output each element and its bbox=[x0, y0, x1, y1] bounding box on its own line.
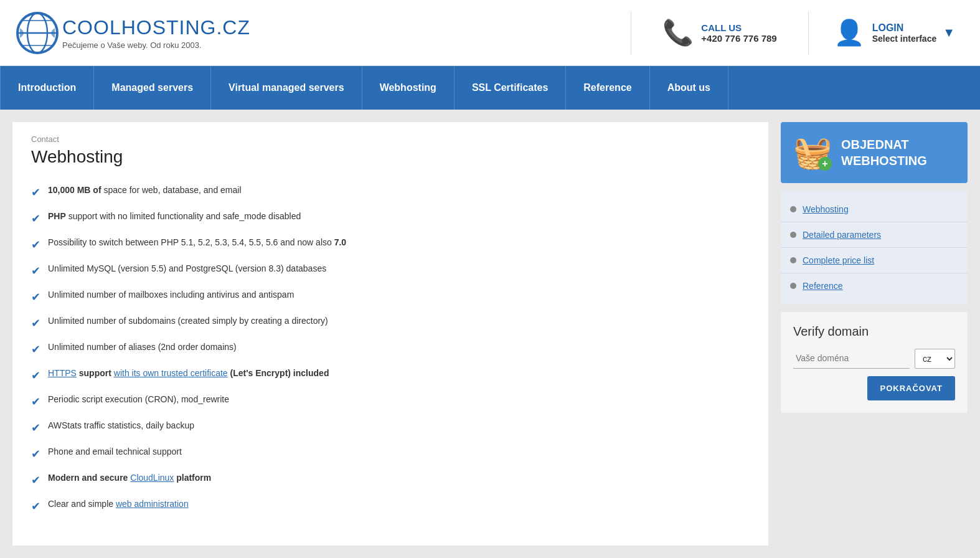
https-link[interactable]: HTTPS bbox=[48, 368, 77, 378]
login-area[interactable]: 👤 LOGIN Select interface ▼ bbox=[821, 18, 968, 47]
check-icon: ✔ bbox=[31, 237, 40, 253]
check-icon: ✔ bbox=[31, 184, 40, 201]
nav-item-ssl-certificates[interactable]: SSL Certificates bbox=[455, 66, 566, 110]
basket-plus-icon: + bbox=[818, 157, 832, 171]
sidebar-bullet-icon bbox=[790, 257, 796, 263]
pokracovat-button[interactable]: POKRAČOVAT bbox=[867, 376, 955, 400]
sidebar-link-webhosting-anchor[interactable]: Webhosting bbox=[803, 204, 849, 214]
list-item: ✔ 10,000 MB of space for web, database, … bbox=[31, 179, 750, 206]
feature-text: Unlimited number of aliases (2nd order d… bbox=[48, 341, 750, 354]
header-divider-1 bbox=[631, 11, 631, 55]
feature-text: HTTPS support with its own trusted certi… bbox=[48, 367, 750, 380]
order-label: OBJEDNAT WEBHOSTING bbox=[841, 136, 927, 169]
check-icon: ✔ bbox=[31, 210, 40, 227]
check-icon: ✔ bbox=[31, 341, 40, 358]
list-item: ✔ Clear and simple web administration bbox=[31, 493, 750, 519]
check-icon: ✔ bbox=[31, 420, 40, 437]
nav-item-webhosting[interactable]: Webhosting bbox=[362, 66, 455, 110]
list-item: ✔ Unlimited number of subdomains (create… bbox=[31, 310, 750, 336]
main-nav: Introduction Managed servers Virtual man… bbox=[0, 66, 980, 110]
list-item: ✔ AWStats traffic statistics, daily back… bbox=[31, 415, 750, 441]
logo-brand: COOLHOSTING.CZ bbox=[62, 16, 250, 39]
list-item: ✔ Periodic script execution (CRON), mod_… bbox=[31, 389, 750, 415]
check-icon: ✔ bbox=[31, 315, 40, 332]
breadcrumb: Contact bbox=[31, 135, 750, 144]
basket-icon-container: 🧺 + bbox=[793, 135, 832, 171]
feature-text: Unlimited MySQL (version 5.5) and Postgr… bbox=[48, 262, 750, 275]
nav-item-about-us[interactable]: About us bbox=[650, 66, 728, 110]
check-icon: ✔ bbox=[31, 472, 40, 489]
sidebar-link-reference[interactable]: Reference bbox=[781, 273, 968, 298]
order-banner[interactable]: 🧺 + OBJEDNAT WEBHOSTING bbox=[781, 122, 968, 183]
feature-text: AWStats traffic statistics, daily backup bbox=[48, 419, 750, 432]
logo-area: COOLHOSTING.CZ Pečujeme o Vaše weby. Od … bbox=[12, 8, 618, 58]
feature-list: ✔ 10,000 MB of space for web, database, … bbox=[31, 179, 750, 519]
nav-item-managed-servers[interactable]: Managed servers bbox=[94, 66, 211, 110]
list-item: ✔ Phone and email technical support bbox=[31, 441, 750, 467]
domain-input[interactable] bbox=[793, 348, 910, 369]
logo-text: COOLHOSTING.CZ Pečujeme o Vaše weby. Od … bbox=[62, 16, 250, 50]
list-item: ✔ Unlimited number of mailboxes includin… bbox=[31, 284, 750, 310]
logo-subtitle: Pečujeme o Vaše weby. Od roku 2003. bbox=[62, 40, 250, 50]
header-divider-2 bbox=[808, 11, 809, 55]
sidebar-bullet-icon bbox=[790, 283, 796, 289]
main-layout: Contact Webhosting ✔ 10,000 MB of space … bbox=[0, 110, 980, 558]
sidebar-link-complete-price-list[interactable]: Complete price list bbox=[781, 248, 968, 273]
tld-select[interactable]: cz com sk eu net org bbox=[915, 349, 955, 369]
call-text: CALL US +420 776 776 789 bbox=[701, 22, 776, 44]
sidebar-links: Webhosting Detailed parameters Complete … bbox=[781, 191, 968, 305]
main-content: Contact Webhosting ✔ 10,000 MB of space … bbox=[12, 122, 768, 546]
feature-text: 10,000 MB of space for web, database, an… bbox=[48, 184, 750, 197]
check-icon: ✔ bbox=[31, 263, 40, 280]
check-icon: ✔ bbox=[31, 498, 40, 515]
sidebar: 🧺 + OBJEDNAT WEBHOSTING Webhosting Detai… bbox=[781, 122, 968, 546]
check-icon: ✔ bbox=[31, 367, 40, 384]
list-item: ✔ Unlimited number of aliases (2nd order… bbox=[31, 336, 750, 362]
nav-item-reference[interactable]: Reference bbox=[566, 66, 649, 110]
site-header: COOLHOSTING.CZ Pečujeme o Vaše weby. Od … bbox=[0, 0, 980, 66]
sidebar-link-webhosting[interactable]: Webhosting bbox=[781, 197, 968, 222]
verify-domain-title: Verify domain bbox=[793, 324, 955, 339]
check-icon: ✔ bbox=[31, 394, 40, 410]
feature-text: Phone and email technical support bbox=[48, 445, 750, 458]
cloudlinux-link[interactable]: CloudLinux bbox=[130, 473, 174, 483]
list-item: ✔ Unlimited MySQL (version 5.5) and Post… bbox=[31, 258, 750, 284]
sidebar-link-reference-anchor[interactable]: Reference bbox=[803, 281, 843, 291]
list-item: ✔ PHP support with no limited functional… bbox=[31, 206, 750, 232]
feature-text: Possibility to switch between PHP 5.1, 5… bbox=[48, 236, 750, 249]
nav-item-introduction[interactable]: Introduction bbox=[0, 66, 94, 110]
check-icon: ✔ bbox=[31, 289, 40, 306]
sidebar-bullet-icon bbox=[790, 206, 796, 212]
login-sub: Select interface bbox=[872, 34, 937, 44]
page-title: Webhosting bbox=[31, 147, 750, 167]
login-label: LOGIN bbox=[872, 22, 937, 34]
phone-icon: 📞 bbox=[662, 18, 694, 47]
feature-text: Periodic script execution (CRON), mod_re… bbox=[48, 393, 750, 406]
call-number: +420 776 776 789 bbox=[701, 33, 776, 44]
call-area: 📞 CALL US +420 776 776 789 bbox=[644, 18, 795, 47]
sidebar-link-complete-price-list-anchor[interactable]: Complete price list bbox=[803, 255, 874, 265]
login-text: LOGIN Select interface bbox=[872, 22, 937, 44]
check-icon: ✔ bbox=[31, 446, 40, 463]
verify-domain-inputs: cz com sk eu net org bbox=[793, 348, 955, 369]
web-admin-link[interactable]: web administration bbox=[116, 499, 189, 509]
logo-globe-icon bbox=[12, 8, 62, 58]
person-icon: 👤 bbox=[834, 18, 865, 47]
sidebar-link-detailed-parameters-anchor[interactable]: Detailed parameters bbox=[803, 230, 881, 240]
call-label: CALL US bbox=[701, 22, 776, 33]
list-item: ✔ HTTPS support with its own trusted cer… bbox=[31, 362, 750, 389]
feature-text: PHP support with no limited functionalit… bbox=[48, 210, 750, 223]
dropdown-arrow-icon: ▼ bbox=[943, 26, 955, 40]
nav-item-virtual-managed-servers[interactable]: Virtual managed servers bbox=[211, 66, 362, 110]
sidebar-bullet-icon bbox=[790, 232, 796, 238]
verify-domain-section: Verify domain cz com sk eu net org POKRA… bbox=[781, 312, 968, 413]
feature-text: Unlimited number of mailboxes including … bbox=[48, 288, 750, 301]
feature-text: Modern and secure CloudLinux platform bbox=[48, 471, 750, 485]
list-item: ✔ Possibility to switch between PHP 5.1,… bbox=[31, 232, 750, 258]
feature-text: Unlimited number of subdomains (created … bbox=[48, 314, 750, 328]
sidebar-link-detailed-parameters[interactable]: Detailed parameters bbox=[781, 222, 968, 248]
list-item: ✔ Modern and secure CloudLinux platform bbox=[31, 467, 750, 493]
feature-text: Clear and simple web administration bbox=[48, 498, 750, 511]
certificate-link[interactable]: with its own trusted certificate bbox=[114, 368, 228, 378]
